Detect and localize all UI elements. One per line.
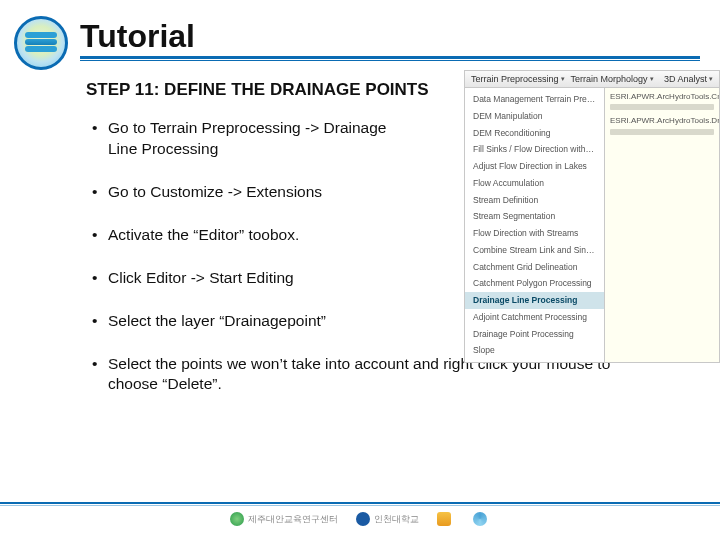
menu-item: Adjoint Catchment Processing xyxy=(465,309,604,326)
menu-item: Fill Sinks / Flow Direction with Sinks xyxy=(465,141,604,158)
globe-icon xyxy=(230,512,244,526)
slide-header: Tutorial xyxy=(0,0,720,70)
brand-logo-icon xyxy=(14,16,68,70)
chevron-down-icon: ▾ xyxy=(561,75,565,83)
title-divider-thick xyxy=(80,56,700,59)
menu-item: DEM Manipulation xyxy=(465,108,604,125)
footer-divider-thick xyxy=(0,502,720,504)
tooltip-panel: ESRI.APWR.ArcHydroTools.CmdDrainageLineP… xyxy=(605,88,719,362)
tooltip-text: ESRI.APWR.ArcHydroTools.CmdDrainageLineP… xyxy=(610,92,714,102)
menu-item: Stream Definition xyxy=(465,192,604,209)
swirl-icon xyxy=(473,512,487,526)
tooltip-row: ESRI.APWR.ArcHydroTools.CmdDrainageLineP… xyxy=(610,92,714,110)
toolbar-label: Terrain Preprocessing xyxy=(471,74,559,84)
menu-item: Adjust Flow Direction in Lakes xyxy=(465,158,604,175)
list-item: Activate the “Editor” toobox. xyxy=(86,225,416,246)
footer-logo xyxy=(473,512,491,526)
menu-item: Data Management Terrain Preprocessing xyxy=(465,91,604,108)
toolbar-label: Terrain Morphology xyxy=(571,74,648,84)
chevron-down-icon: ▾ xyxy=(709,75,713,83)
toolbar-label: 3D Analyst xyxy=(664,74,707,84)
embedded-screenshot: Terrain Preprocessing▾ Terrain Morpholog… xyxy=(464,70,720,363)
menu-item: Flow Accumulation xyxy=(465,175,604,192)
menu-item: Combine Stream Link and Sink Link xyxy=(465,242,604,259)
badge-icon xyxy=(437,512,451,526)
slide-footer: 제주대안교육연구센터 인천대학교 xyxy=(0,502,720,526)
chevron-down-icon: ▾ xyxy=(650,75,654,83)
tooltip-text: ESRI.APWR.ArcHydroTools.DrainageLineProc… xyxy=(610,116,714,126)
menu-item: Catchment Polygon Processing xyxy=(465,275,604,292)
slide-content: STEP 11: DEFINE THE DRAINAGE POINTS Go t… xyxy=(0,70,720,395)
menu-item: Flow Direction with Streams xyxy=(465,225,604,242)
footer-logo-row: 제주대안교육연구센터 인천대학교 xyxy=(0,512,720,526)
footer-logo: 제주대안교육연구센터 xyxy=(230,512,338,526)
placeholder-icon xyxy=(610,104,714,110)
footer-logo-text: 인천대학교 xyxy=(374,513,419,526)
toolbar-item: 3D Analyst▾ xyxy=(664,74,713,84)
title-block: Tutorial xyxy=(80,20,700,61)
dropdown-menu: Data Management Terrain Preprocessing DE… xyxy=(465,88,605,362)
footer-logo-text: 제주대안교육연구센터 xyxy=(248,513,338,526)
screenshot-body: Data Management Terrain Preprocessing DE… xyxy=(465,88,719,362)
page-title: Tutorial xyxy=(80,20,700,52)
list-item: Go to Customize -> Extensions xyxy=(86,182,416,203)
screenshot-toolbar: Terrain Preprocessing▾ Terrain Morpholog… xyxy=(465,71,719,88)
list-item: Click Editor -> Start Editing xyxy=(86,268,416,289)
menu-item: Stream Segmentation xyxy=(465,208,604,225)
menu-item: DEM Reconditioning xyxy=(465,125,604,142)
list-item: Go to Terrain Preprocessing -> Drainage … xyxy=(86,118,416,160)
footer-divider-thin xyxy=(0,505,720,506)
menu-item: Slope xyxy=(465,342,604,359)
university-icon xyxy=(356,512,370,526)
footer-logo xyxy=(437,512,455,526)
menu-item-highlighted: Drainage Line Processing xyxy=(465,292,604,309)
toolbar-item: Terrain Preprocessing▾ xyxy=(471,74,565,84)
placeholder-icon xyxy=(610,129,714,135)
tooltip-row: ESRI.APWR.ArcHydroTools.DrainageLineProc… xyxy=(610,116,714,134)
title-divider-thin xyxy=(80,60,700,61)
menu-item: Drainage Point Processing xyxy=(465,326,604,343)
toolbar-item: Terrain Morphology▾ xyxy=(571,74,654,84)
footer-logo: 인천대학교 xyxy=(356,512,419,526)
menu-item: Catchment Grid Delineation xyxy=(465,259,604,276)
